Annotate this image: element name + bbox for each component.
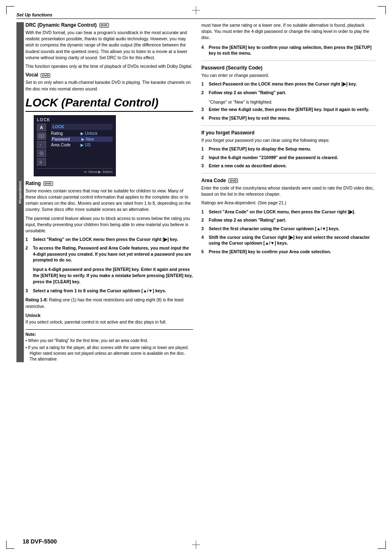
- divider-1: [201, 60, 376, 61]
- note-1: • When you set "Rating" for the first ti…: [25, 338, 193, 344]
- lock-menu-footer: ⇔ Move ▶ Select: [37, 168, 113, 174]
- corner-mark-bl: [6, 541, 14, 549]
- area-code-step3-text: Select the first character using the Cur…: [209, 226, 376, 232]
- area-code-step1-text: Select "Area Code" on the LOCK menu, the…: [209, 209, 376, 215]
- note-section: Note: • When you set "Rating" for the fi…: [25, 329, 193, 362]
- password-step4-text: Press the [SETUP] key to exit the menu.: [209, 115, 376, 121]
- right-column: must have the same rating or a lower one…: [201, 22, 376, 363]
- area-code-step-4: 4 Shift the cursor using the Cursor righ…: [201, 234, 376, 246]
- rating-step-2: 2 To access the Rating, Password and Are…: [25, 245, 193, 263]
- forget-step2-text: Input the 6-digit number "210499" and th…: [209, 155, 376, 161]
- rating-step-3: 3 Select a rating from 1 to 8 using the …: [25, 288, 193, 294]
- page-number: 18 DVF-5500: [23, 538, 57, 545]
- area-code-step-1: 1 Select "Area Code" on the LOCK menu, t…: [201, 209, 376, 215]
- rating-1-8-label: Rating 1-8:: [25, 297, 48, 302]
- area-code-step5-text: Press the [ENTER] key to confirm your Ar…: [209, 249, 376, 255]
- left-column: Preparations DRC (Dynamic Range Control)…: [16, 22, 193, 363]
- sidebar-label: Preparations: [16, 22, 24, 362]
- corner-mark-tl: [6, 6, 14, 14]
- password-step2-text: Follow step 2 as shown "Rating" part.: [209, 90, 376, 96]
- vocal-dvd-badge: DVD: [41, 73, 50, 78]
- area-code-note: Ratings are Area-dependent. (See page 21…: [201, 200, 376, 206]
- divider-3: [201, 173, 376, 173]
- rating-dvd-badge: DVD: [44, 181, 53, 186]
- svg-text:⚙: ⚙: [39, 160, 42, 164]
- lock-icon-music: ♪: [37, 141, 46, 148]
- lock-title: LOCK (Parental Control): [25, 96, 193, 112]
- svg-marker-5: [41, 135, 43, 137]
- rating-steps-3: 3 Select a rating from 1 to 8 using the …: [25, 288, 193, 294]
- forget-step-3: 3 Enter a new code as described above.: [201, 163, 376, 169]
- rating-step4-text: Press the [ENTER] key to confirm your ra…: [209, 44, 376, 56]
- area-code-steps: 1 Select "Area Code" on the LOCK menu, t…: [201, 209, 376, 255]
- unlock-text: If you select unlock, parental control i…: [25, 319, 193, 325]
- area-code-step4-text: Shift the cursor using the Cursor right …: [209, 234, 376, 246]
- lock-menu-image: LOCK A ♪: [34, 115, 116, 176]
- area-code-step-3: 3 Select the first character using the C…: [201, 226, 376, 232]
- rating-body1: Some movies contain scenes that may not …: [25, 188, 193, 213]
- divider-2: [201, 125, 376, 126]
- drc-dvd-badge: DVD: [99, 23, 109, 28]
- forget-password-heading: If you forget Password: [201, 130, 376, 136]
- password-step1-text: Select Password on the LOCK menu then pr…: [209, 81, 376, 87]
- password-step-2: 2 Follow step 2 as shown "Rating" part.: [201, 90, 376, 96]
- vocal-heading: Vocal DVD: [25, 72, 193, 78]
- lock-icon-setup: ⚙: [37, 158, 46, 166]
- drc-body1: With the DVD format, you can hear a prog…: [25, 30, 193, 61]
- area-code-intro: Enter the code of the country/area whose…: [201, 185, 376, 197]
- rating-step3-text: Select a rating from 1 to 8 using the Cu…: [33, 288, 193, 294]
- left-column-inner: Preparations DRC (Dynamic Range Control)…: [16, 22, 193, 362]
- password-change-new: "Change" or "New" is highlighted.: [209, 99, 376, 105]
- rating-1-8-text: Rating one (1) has the most restrictions…: [25, 297, 184, 308]
- rating-1-8: Rating 1-8: Rating one (1) has the most …: [25, 297, 193, 309]
- lock-menu-title: LOCK: [37, 118, 113, 122]
- drc-body2: This function operates only at the time …: [25, 63, 193, 69]
- forget-password-intro: If you forget your password you can clea…: [201, 137, 376, 143]
- note-label: Note:: [25, 332, 193, 337]
- rating-enter-password: Input a 4-digit password and press the […: [33, 266, 193, 285]
- rating-step2-text: To access the Rating, Password and Area …: [33, 245, 193, 263]
- drc-heading: DRC (Dynamic Range Control) DVD: [25, 22, 193, 28]
- area-code-dvd-badge: DVD: [228, 178, 238, 183]
- rating-step-1: 1 Select "Rating" on the LOCK menu then …: [25, 236, 193, 243]
- forget-step-1: 1 Press the [SETUP] key to display the S…: [201, 146, 376, 152]
- crosshair-bottom: [192, 541, 200, 549]
- rating-step4-list: 4 Press the [ENTER] key to confirm your …: [201, 44, 376, 56]
- unlock-label: Unlock: [25, 313, 193, 318]
- model-number: DVF-5500: [30, 538, 57, 545]
- password-heading: Password (Security Code): [201, 65, 376, 71]
- password-steps: 1 Select Password on the LOCK menu then …: [201, 81, 376, 95]
- rating-steps: 1 Select "Rating" on the LOCK menu then …: [25, 236, 193, 263]
- main-layout: Preparations DRC (Dynamic Range Control)…: [16, 22, 376, 363]
- area-code-step2-text: Follow step 2 as shown "Rating" part.: [209, 217, 376, 223]
- forget-steps: 1 Press the [SETUP] key to display the S…: [201, 146, 376, 169]
- lock-icon-a: A: [37, 124, 46, 131]
- forget-step1-text: Press the [SETUP] key to display the Set…: [209, 146, 376, 152]
- rating-body2: The parental control feature allows you …: [25, 215, 193, 234]
- password-step-1: 1 Select Password on the LOCK menu then …: [201, 81, 376, 87]
- area-code-step-5: 5 Press the [ENTER] key to confirm your …: [201, 249, 376, 255]
- password-intro: You can enter or change password.: [201, 72, 376, 79]
- right-intro: must have the same rating or a lower one…: [201, 22, 376, 41]
- password-step3-text: Enter the new 4-digit code, then press t…: [209, 106, 376, 113]
- svg-text:♪: ♪: [39, 143, 42, 147]
- area-code-step-2: 2 Follow step 2 as shown "Rating" part.: [201, 217, 376, 223]
- vocal-body: Set to on only when a multi-channel kara…: [25, 79, 193, 92]
- crosshair-top: [192, 6, 200, 14]
- forget-step3-text: Enter a new code as described above.: [209, 163, 376, 169]
- corner-mark-tr: [378, 6, 386, 14]
- svg-point-8: [41, 153, 42, 154]
- password-step-4: 4 Press the [SETUP] key to exit the menu…: [201, 115, 376, 121]
- area-code-heading: Area Code DVD: [201, 178, 376, 183]
- lock-icon-disc: [37, 150, 46, 157]
- forget-step-2: 2 Input the 6-digit number "210499" and …: [201, 155, 376, 161]
- rating-step-4: 4 Press the [ENTER] key to confirm your …: [201, 44, 376, 56]
- lock-icon-img: [37, 132, 46, 140]
- password-steps-34: 3 Enter the new 4-digit code, then press…: [201, 106, 376, 121]
- rating-step1-text: Select "Rating" on the LOCK menu then pr…: [33, 236, 193, 243]
- password-step-3: 3 Enter the new 4-digit code, then press…: [201, 106, 376, 113]
- corner-mark-br: [378, 541, 386, 549]
- rating-heading: Rating DVD: [25, 180, 193, 186]
- note-2: • If you set a rating for the player, al…: [25, 345, 193, 362]
- page: Set Up functions Preparations DRC (Dynam…: [0, 0, 392, 555]
